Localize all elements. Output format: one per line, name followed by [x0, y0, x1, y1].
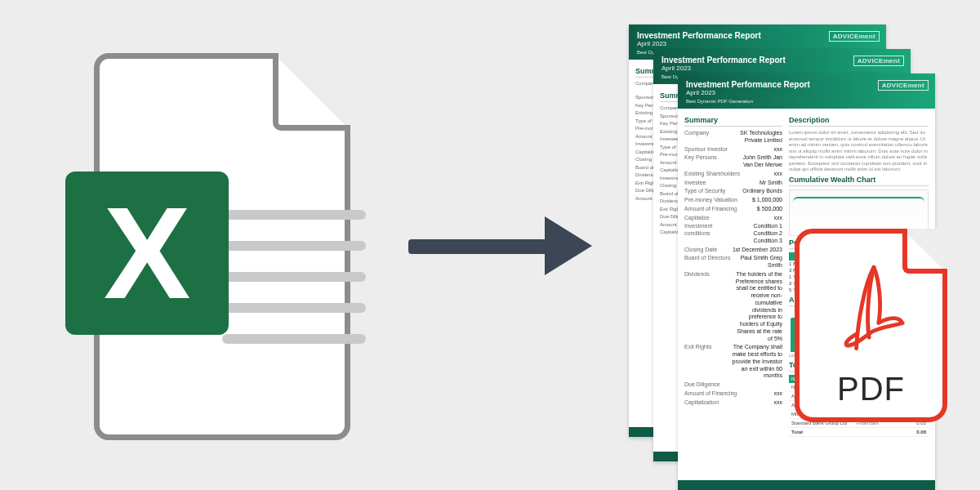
excel-badge: X — [65, 172, 229, 335]
description-heading: Description — [789, 116, 929, 127]
report-tagline: Best Dynamic PDF Generation — [686, 99, 927, 104]
chart-heading: Cumulative Wealth Chart — [789, 176, 929, 186]
pdf-label: PDF — [800, 371, 942, 408]
arrow-icon — [408, 216, 592, 275]
excel-content-lines — [222, 210, 366, 365]
excel-file-icon: X — [65, 53, 343, 429]
diagram-stage: X Investment Performance Report April 20… — [0, 0, 980, 490]
summary-heading: Summary — [684, 116, 782, 127]
excel-letter: X — [104, 178, 191, 328]
adobe-swoosh-icon — [842, 260, 906, 354]
brand-badge: ADVICEment — [829, 31, 880, 42]
brand-badge: ADVICEment — [878, 80, 929, 91]
pdf-file-icon: PDF — [795, 229, 947, 422]
description-text: Lorem ipsum dolor sit amet, consectetur … — [789, 130, 929, 173]
pdf-document-stack: Investment Performance Report April 2023… — [629, 24, 956, 482]
